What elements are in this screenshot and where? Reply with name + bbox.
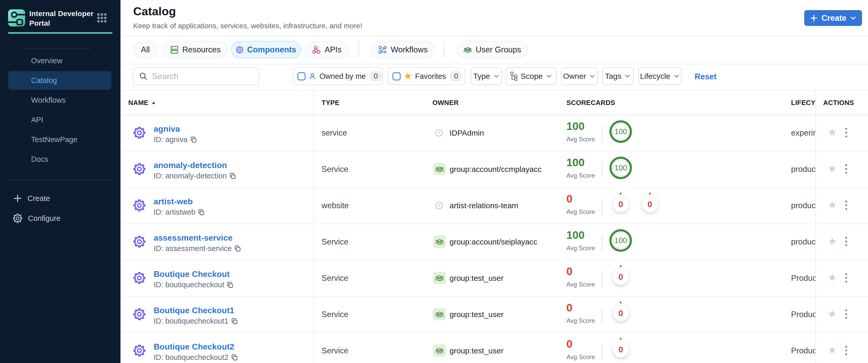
svg-text:?: ? xyxy=(438,131,440,135)
svg-text:?: ? xyxy=(438,203,440,208)
